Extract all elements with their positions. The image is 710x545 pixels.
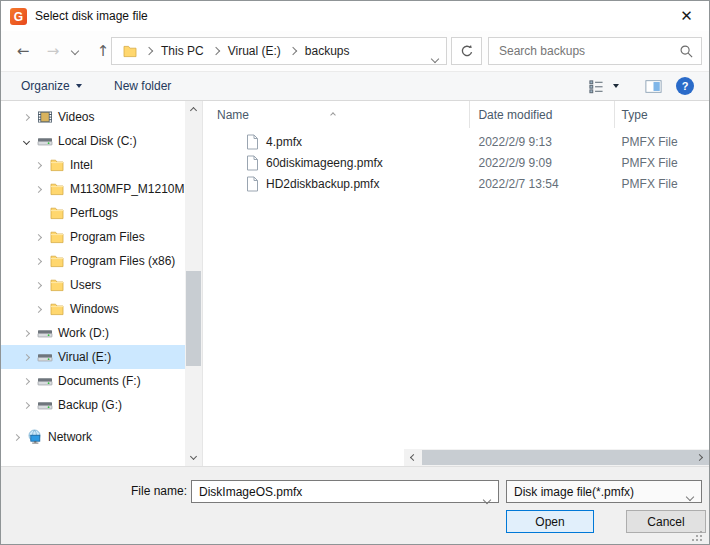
breadcrumb-dropdown-icon[interactable] bbox=[432, 48, 438, 65]
sidebar-item-documents-f[interactable]: Documents (F:) bbox=[1, 369, 185, 393]
expand-icon[interactable] bbox=[19, 403, 33, 408]
sidebar-vertical-scrollbar[interactable] bbox=[185, 101, 202, 466]
sidebar-item-label: Intel bbox=[70, 158, 93, 172]
sidebar-item-program-files[interactable]: Program Files bbox=[1, 225, 185, 249]
organize-button[interactable]: Organize bbox=[21, 72, 82, 100]
videos-icon bbox=[36, 109, 53, 125]
preview-pane-button[interactable] bbox=[642, 72, 665, 100]
recent-locations-icon[interactable] bbox=[67, 39, 83, 63]
sidebar-item-m1130mfp-m1210mf[interactable]: M1130MFP_M1210MF bbox=[1, 177, 185, 201]
sidebar-item-label: Windows bbox=[70, 302, 119, 316]
file-icon bbox=[243, 176, 260, 192]
sidebar-item-label: PerfLogs bbox=[70, 206, 118, 220]
expand-icon[interactable] bbox=[31, 163, 45, 168]
sidebar-item-label: Users bbox=[70, 278, 101, 292]
refresh-button[interactable] bbox=[451, 37, 482, 65]
cancel-button[interactable]: Cancel bbox=[626, 510, 706, 533]
filelist-body: 4.pmfx2022/2/9 9:13PMFX File60diskimagee… bbox=[203, 131, 709, 194]
content-area: VideosLocal Disk (C:)IntelM1130MFP_M1210… bbox=[1, 101, 709, 466]
sidebar-item-virual-e[interactable]: Virual (E:) bbox=[1, 345, 185, 369]
breadcrumb[interactable]: This PCVirual (E:)backups bbox=[111, 37, 447, 65]
folder-icon bbox=[48, 277, 65, 293]
file-row-60diskimageeng-pmfx[interactable]: 60diskimageeng.pmfx2022/2/9 9:09PMFX Fil… bbox=[203, 152, 709, 173]
column-header-name[interactable]: Name bbox=[203, 101, 470, 128]
expand-icon[interactable] bbox=[19, 379, 33, 384]
close-icon[interactable]: ✕ bbox=[664, 1, 709, 30]
breadcrumb-segment-virual-e[interactable]: Virual (E:) bbox=[228, 44, 281, 58]
sidebar-item-work-d[interactable]: Work (D:) bbox=[1, 321, 185, 345]
expand-icon[interactable] bbox=[31, 235, 45, 240]
sidebar-item-intel[interactable]: Intel bbox=[1, 153, 185, 177]
new-folder-button[interactable]: New folder bbox=[114, 72, 171, 100]
scroll-up-icon[interactable] bbox=[185, 101, 202, 118]
breadcrumb-separator-icon[interactable] bbox=[211, 47, 219, 55]
file-row-hd2diskbackup-pmfx[interactable]: HD2diskbackup.pmfx2022/2/7 13:54PMFX Fil… bbox=[203, 173, 709, 194]
drive-icon bbox=[36, 325, 53, 341]
breadcrumb-separator-icon[interactable] bbox=[289, 47, 297, 55]
sidebar-item-label: M1130MFP_M1210MF bbox=[70, 182, 185, 196]
expand-icon[interactable] bbox=[31, 283, 45, 288]
sidebar-item-label: Backup (G:) bbox=[58, 398, 122, 412]
expand-icon[interactable] bbox=[19, 115, 33, 120]
file-dialog-window: G Select disk image file ✕ ← → ↑ This PC… bbox=[0, 0, 710, 545]
change-view-button[interactable] bbox=[584, 72, 619, 100]
sidebar-item-backup-g[interactable]: Backup (G:) bbox=[1, 393, 185, 417]
folder-icon bbox=[121, 43, 138, 59]
refresh-icon bbox=[458, 43, 475, 59]
horizontal-scrollbar[interactable] bbox=[404, 449, 709, 466]
sidebar-item-local-disk-c[interactable]: Local Disk (C:) bbox=[1, 129, 185, 153]
search-icon[interactable] bbox=[679, 44, 694, 63]
app-logo-icon: G bbox=[10, 8, 27, 25]
sidebar-item-users[interactable]: Users bbox=[1, 273, 185, 297]
scrollbar-thumb[interactable] bbox=[186, 271, 201, 366]
expand-icon[interactable] bbox=[19, 355, 33, 360]
expand-icon[interactable] bbox=[31, 259, 45, 264]
file-icon bbox=[243, 155, 260, 171]
expand-icon[interactable] bbox=[31, 187, 45, 192]
file-name-input[interactable] bbox=[197, 482, 467, 501]
sidebar-item-windows[interactable]: Windows bbox=[1, 297, 185, 321]
organize-label: Organize bbox=[21, 79, 70, 93]
expand-icon[interactable] bbox=[19, 331, 33, 336]
forward-icon[interactable]: → bbox=[39, 39, 67, 63]
chevron-down-icon[interactable] bbox=[484, 489, 490, 507]
breadcrumb-segment-this-pc[interactable]: This PC bbox=[161, 44, 204, 58]
column-header-label: Name bbox=[217, 108, 249, 122]
file-date-modified: 2022/2/9 9:09 bbox=[470, 152, 614, 173]
sidebar-item-label: Local Disk (C:) bbox=[58, 134, 137, 148]
network-icon bbox=[26, 429, 43, 445]
breadcrumb-separator-icon[interactable] bbox=[145, 47, 153, 55]
back-icon[interactable]: ← bbox=[9, 39, 37, 63]
title-bar: G Select disk image file ✕ bbox=[1, 1, 709, 31]
file-type-value: Disk image file(*.pmfx) bbox=[514, 485, 634, 499]
sidebar-item-network[interactable]: Network bbox=[1, 425, 185, 449]
file-name: 4.pmfx bbox=[266, 135, 302, 149]
sidebar-item-label: Videos bbox=[58, 110, 94, 124]
scrollbar-thumb[interactable] bbox=[422, 450, 710, 465]
file-row-4-pmfx[interactable]: 4.pmfx2022/2/9 9:13PMFX File bbox=[203, 131, 709, 152]
folder-icon bbox=[48, 229, 65, 245]
search-input[interactable] bbox=[497, 39, 672, 63]
sidebar-item-perflogs[interactable]: PerfLogs bbox=[1, 201, 185, 225]
scroll-down-icon[interactable] bbox=[185, 449, 202, 466]
sidebar-item-label: Program Files bbox=[70, 230, 145, 244]
resize-grip[interactable] bbox=[700, 531, 702, 533]
file-type-dropdown[interactable]: Disk image file(*.pmfx) bbox=[506, 480, 702, 503]
sidebar-item-label: Documents (F:) bbox=[58, 374, 141, 388]
help-button[interactable]: ? bbox=[676, 77, 694, 95]
scroll-right-icon[interactable] bbox=[692, 449, 709, 466]
file-name-label: File name: bbox=[131, 484, 187, 498]
sidebar-item-label: Work (D:) bbox=[58, 326, 109, 340]
expand-icon[interactable] bbox=[9, 435, 23, 440]
breadcrumb-segments: This PCVirual (E:)backups bbox=[141, 44, 354, 58]
sidebar-tree: VideosLocal Disk (C:)IntelM1130MFP_M1210… bbox=[1, 101, 185, 466]
column-header-type[interactable]: Type bbox=[615, 101, 709, 128]
expand-icon[interactable] bbox=[31, 307, 45, 312]
open-button[interactable]: Open bbox=[506, 510, 594, 533]
sidebar-item-program-files-x86[interactable]: Program Files (x86) bbox=[1, 249, 185, 273]
scroll-left-icon[interactable] bbox=[404, 449, 421, 466]
sidebar-item-videos[interactable]: Videos bbox=[1, 105, 185, 129]
collapse-icon[interactable] bbox=[19, 139, 33, 144]
breadcrumb-segment-backups[interactable]: backups bbox=[305, 44, 350, 58]
column-header-date-modified[interactable]: Date modified bbox=[470, 101, 614, 128]
